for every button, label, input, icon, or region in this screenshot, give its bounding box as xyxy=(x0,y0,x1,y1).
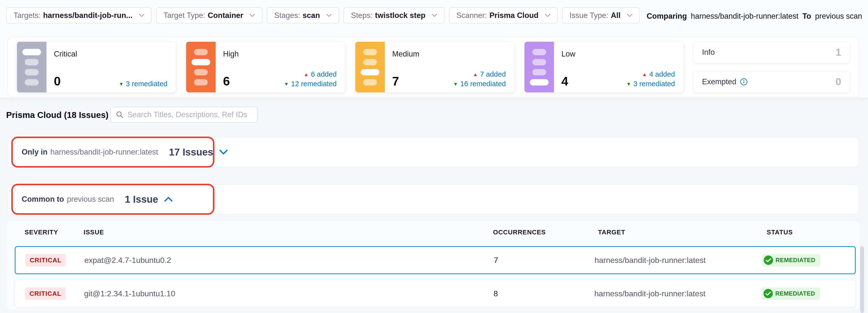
section-label-target: previous scan xyxy=(67,195,114,204)
issue-name: expat@2.4.7-1ubuntu0.2 xyxy=(84,256,171,265)
column-header: OCCURRENCES xyxy=(493,229,546,236)
side-summary-card: Info 1 xyxy=(693,41,850,63)
filter-dropdown[interactable]: Scanner: Prisma Cloud xyxy=(449,7,558,24)
search-input[interactable] xyxy=(127,110,252,119)
severity-summary-container: Critical 0 ▲ ▼ 3 remediated Hig xyxy=(7,37,859,97)
status-badge: REMEDIATED xyxy=(762,254,820,266)
check-icon xyxy=(764,289,773,298)
filter-value: harness/bandit-job-run... xyxy=(43,11,132,20)
severity-pill xyxy=(811,187,849,211)
chevron-down-icon xyxy=(432,14,437,18)
info-exempted-column: Info 1 Exempted 0 xyxy=(693,41,850,93)
added-link[interactable]: ▲ 6 added xyxy=(304,71,337,78)
filter-label: Targets: xyxy=(13,11,40,20)
severity-level-icon xyxy=(17,42,46,92)
severity-card: Medium 7 ▲ 7 added ▼ 16 remediated xyxy=(355,41,515,93)
severity-card-count: 4 xyxy=(561,75,568,88)
search-box xyxy=(110,107,258,123)
added-link[interactable]: ▲ 4 added xyxy=(642,71,675,78)
severity-pill xyxy=(620,140,657,164)
status-badge: REMEDIATED xyxy=(762,287,820,300)
column-header: SEVERITY xyxy=(25,229,58,236)
remediated-label: 12 remediated xyxy=(291,80,337,88)
info-icon[interactable] xyxy=(740,78,748,86)
column-header: ISSUE xyxy=(84,229,104,236)
scrollbar-thumb[interactable] xyxy=(860,246,864,313)
severity-pill xyxy=(735,187,772,211)
filter-label: Issue Type: xyxy=(569,11,608,20)
filter-dropdown[interactable]: Issue Type: All xyxy=(562,7,640,24)
severity-pill xyxy=(773,140,810,164)
column-header: STATUS xyxy=(767,229,793,236)
severity-pill xyxy=(696,187,734,211)
severity-card-label: Critical xyxy=(54,49,167,59)
filter-value: All xyxy=(611,11,621,20)
remediated-link[interactable]: ▼ 3 remediated xyxy=(626,80,675,88)
chevron-toggle-icon[interactable] xyxy=(164,196,173,202)
severity-pill xyxy=(620,187,657,211)
remediated-label: 3 remediated xyxy=(126,80,167,88)
filter-dropdown[interactable]: Steps: twistlock step xyxy=(343,7,444,24)
severity-pill xyxy=(811,140,849,164)
severity-pill xyxy=(658,140,695,164)
filter-value: Prisma Cloud xyxy=(489,11,538,20)
filter-dropdown[interactable]: Stages: scan xyxy=(267,7,339,24)
remediated-link[interactable]: ▼ 3 remediated xyxy=(119,80,167,88)
severity-card-count: 0 xyxy=(54,75,61,88)
issues-table-body: CRITICAL expat@2.4.7-1ubuntu0.2 7 harnes… xyxy=(15,246,856,313)
severity-level-icon xyxy=(186,42,216,92)
comparing-connector: To xyxy=(802,12,811,21)
target-name: harness/bandit-job-runner:latest xyxy=(595,256,706,265)
comparison-section-header[interactable]: Common to previous scan 1 Issue xyxy=(7,184,859,214)
remediated-down-icon: ▼ xyxy=(119,81,124,86)
filter-label: Scanner: xyxy=(456,11,487,20)
column-header: TARGET xyxy=(598,229,625,236)
remediated-label: 16 remediated xyxy=(460,80,506,88)
severity-card-label: High xyxy=(223,49,337,59)
status-label: REMEDIATED xyxy=(776,257,815,264)
occurrences-count: 8 xyxy=(494,289,498,298)
table-row[interactable]: CRITICAL git@1:2.34.1-1ubuntu1.10 8 harn… xyxy=(15,280,856,308)
severity-pill-row xyxy=(619,187,849,211)
page-title: Prisma Cloud (18 Issues) xyxy=(6,110,108,120)
severity-card-count: 7 xyxy=(392,75,399,88)
section-issue-count: 1 Issue xyxy=(125,194,158,205)
added-up-icon: ▲ xyxy=(642,72,647,77)
section-label-target: harness/bandit-job-runner:latest xyxy=(51,148,158,156)
added-link[interactable]: ▲ 7 added xyxy=(473,71,506,78)
filter-value: scan xyxy=(303,11,320,20)
added-label: 6 added xyxy=(311,71,337,78)
occurrences-count: 7 xyxy=(494,256,498,265)
chevron-toggle-icon[interactable] xyxy=(219,149,228,155)
comparing-summary: Comparingharness/bandit-job-runner:lates… xyxy=(647,12,862,21)
remediated-link[interactable]: ▼ 16 remediated xyxy=(453,80,506,88)
added-up-icon: ▲ xyxy=(473,72,478,77)
severity-badge: CRITICAL xyxy=(25,287,66,300)
section-label-bold: Only in xyxy=(22,148,48,156)
severity-card-label: Medium xyxy=(392,49,506,59)
section-issue-count: 17 Issues xyxy=(169,147,213,158)
section-label-bold: Common to xyxy=(22,195,64,204)
severity-card: Low 4 ▲ 4 added ▼ 3 remediated xyxy=(524,41,684,93)
comparison-section-header[interactable]: Only in harness/bandit-job-runner:latest… xyxy=(7,137,859,167)
filter-dropdown[interactable]: Target Type: Container xyxy=(156,7,262,24)
chevron-down-icon xyxy=(250,14,255,18)
filter-bar: Targets: harness/bandit-job-run... Targe… xyxy=(6,7,640,24)
severity-level-icon xyxy=(355,42,385,92)
table-row[interactable]: CRITICAL expat@2.4.7-1ubuntu0.2 7 harnes… xyxy=(15,246,856,274)
severity-pill xyxy=(696,140,734,164)
filter-dropdown[interactable]: Targets: harness/bandit-job-run... xyxy=(6,7,152,24)
status-label: REMEDIATED xyxy=(775,290,815,297)
severity-card-label: Low xyxy=(561,49,675,59)
added-label: 7 added xyxy=(480,71,506,78)
target-name: harness/bandit-job-runner:latest xyxy=(594,289,706,298)
added-label: 4 added xyxy=(649,71,675,78)
comparing-prefix: Comparing xyxy=(647,12,687,21)
filter-label: Target Type: xyxy=(163,11,205,20)
side-card-label: Exempted xyxy=(702,77,737,86)
comparison-sections: Only in harness/bandit-job-runner:latest… xyxy=(7,137,859,214)
side-card-label: Info xyxy=(702,48,715,57)
remediated-down-icon: ▼ xyxy=(626,81,631,86)
remediated-link[interactable]: ▼ 12 remediated xyxy=(284,80,337,88)
severity-card: High 6 ▲ 6 added ▼ 12 remediated xyxy=(186,41,345,93)
